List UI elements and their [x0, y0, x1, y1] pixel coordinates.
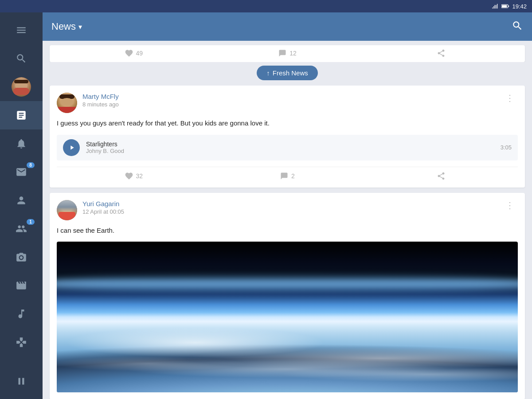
fresh-news-container: ↑ Fresh News — [43, 62, 532, 86]
svg-rect-1 — [509, 6, 509, 7]
partial-like-action[interactable]: 49 — [57, 49, 211, 58]
page-title: News — [51, 21, 76, 32]
post-card-2: Yuri Gagarin 12 April at 00:05 ⋮ I can s… — [50, 193, 525, 399]
fresh-news-button[interactable]: ↑ Fresh News — [257, 66, 318, 80]
share-action-1[interactable] — [364, 172, 518, 180]
post-header-2: Yuri Gagarin 12 April at 00:05 ⋮ — [57, 200, 518, 220]
sidebar-item-search[interactable] — [0, 44, 43, 73]
status-icons: 19:42 — [492, 3, 527, 10]
partial-post-card: 49 12 — [50, 45, 525, 62]
post-user-info-1: Marty McFly 8 minutes ago — [82, 93, 502, 108]
partial-likes-count: 49 — [136, 50, 143, 57]
earth-clouds — [57, 279, 518, 385]
sidebar-item-video[interactable] — [0, 271, 43, 300]
comment-action-1[interactable]: 2 — [211, 172, 364, 180]
topbar: News ▾ — [43, 12, 532, 41]
music-title-1: Starlighters — [86, 141, 494, 148]
sidebar-item-games[interactable] — [0, 328, 43, 356]
fresh-news-arrow-icon: ↑ — [266, 69, 270, 77]
top-spacer — [43, 41, 532, 45]
post-more-button-1[interactable]: ⋮ — [502, 93, 518, 103]
sidebar-item-notifications[interactable] — [0, 129, 43, 158]
post-card-1: Marty McFly 8 minutes ago ⋮ I guess you … — [50, 86, 525, 188]
post-image-2 — [57, 242, 518, 392]
music-duration-1: 3:05 — [501, 144, 512, 151]
post-author-1[interactable]: Marty McFly — [82, 93, 502, 100]
sidebar-item-menu[interactable] — [0, 16, 43, 44]
music-player-1: Starlighters Johny B. Good 3:05 — [57, 135, 518, 160]
sidebar-item-pause[interactable] — [16, 367, 27, 395]
earth-space-image — [57, 242, 518, 392]
sidebar-item-avatar[interactable] — [0, 73, 43, 101]
sidebar-item-friends[interactable] — [0, 186, 43, 215]
like-count-1: 32 — [136, 172, 143, 180]
post-time-1: 8 minutes ago — [82, 101, 502, 108]
post-user-info-2: Yuri Gagarin 12 April at 00:05 — [82, 200, 502, 215]
play-button-1[interactable] — [63, 139, 80, 156]
groups-badge: 1 — [27, 219, 35, 225]
sidebar-bottom — [16, 367, 27, 395]
post-more-button-2[interactable]: ⋮ — [502, 200, 518, 211]
signal-icon — [492, 3, 499, 10]
dropdown-arrow-icon[interactable]: ▾ — [78, 23, 82, 31]
topbar-title-group: News ▾ — [51, 21, 512, 32]
fresh-news-label: Fresh News — [273, 69, 308, 77]
messages-badge: 8 — [27, 162, 35, 168]
partial-comment-action[interactable]: 12 — [211, 49, 364, 58]
sidebar-item-photos[interactable] — [0, 243, 43, 271]
topbar-search-button[interactable] — [512, 20, 523, 33]
post-avatar-1[interactable] — [57, 93, 77, 113]
post-time-2: 12 April at 00:05 — [82, 208, 502, 215]
sidebar-item-news[interactable] — [0, 101, 43, 129]
music-info-1: Starlighters Johny B. Good — [86, 141, 494, 154]
sidebar-item-messages[interactable]: 8 — [0, 158, 43, 186]
partial-share-action[interactable] — [364, 49, 518, 58]
app-container: 8 1 — [0, 12, 532, 399]
feed-content[interactable]: 49 12 ↑ Fresh News — [43, 41, 532, 399]
partial-comments-count: 12 — [289, 50, 297, 57]
post-author-2[interactable]: Yuri Gagarin — [82, 200, 502, 207]
battery-icon — [501, 4, 509, 9]
sidebar-item-music[interactable] — [0, 300, 43, 328]
post-text-1: I guess you guys aren't ready for that y… — [57, 118, 518, 129]
post-avatar-2[interactable] — [57, 200, 77, 220]
status-bar: 19:42 — [0, 0, 532, 12]
post-header-1: Marty McFly 8 minutes ago ⋮ — [57, 93, 518, 113]
sidebar-item-groups[interactable]: 1 — [0, 215, 43, 243]
svg-rect-2 — [502, 5, 507, 7]
post-actions-1: 32 2 — [57, 167, 518, 180]
music-artist-1: Johny B. Good — [86, 148, 494, 154]
sidebar: 8 1 — [0, 12, 43, 399]
main-content-area: News ▾ 49 12 — [43, 12, 532, 399]
comment-count-1: 2 — [291, 172, 295, 180]
status-time: 19:42 — [512, 3, 527, 10]
like-action-1[interactable]: 32 — [57, 172, 211, 180]
post-text-2: I can see the Earth. — [57, 226, 518, 236]
user-avatar — [12, 77, 31, 97]
